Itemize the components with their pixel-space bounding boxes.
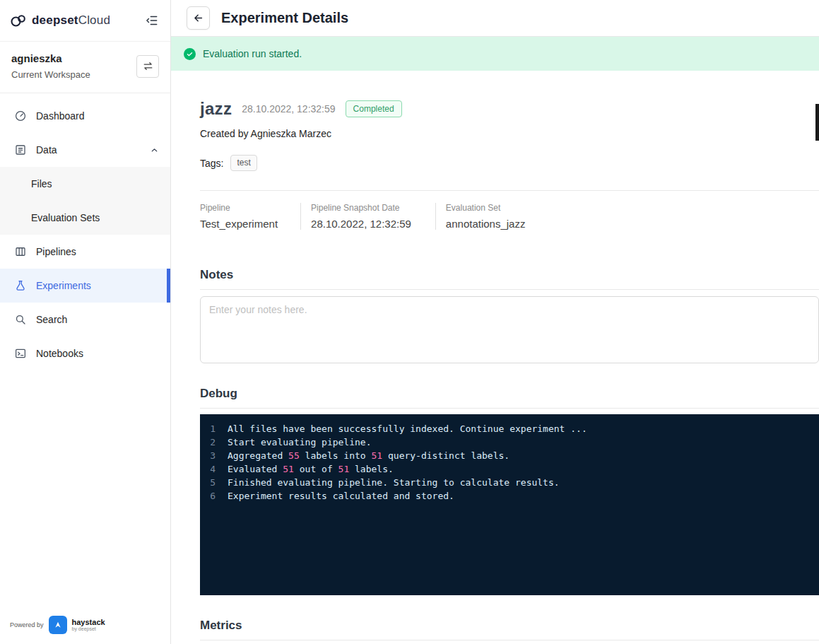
line-text: Evaluated 51 out of 51 labels. [228, 462, 394, 476]
scrollbar-thumb[interactable] [815, 104, 819, 141]
code-line: 6Experiment results calculated and store… [200, 489, 819, 503]
sidebar-item-label: Data [36, 144, 57, 156]
info-value: Test_experiment [200, 218, 278, 230]
sidebar-item-notebooks[interactable]: Notebooks [0, 336, 170, 370]
sidebar-footer: Powered by haystack by deepset [0, 609, 170, 644]
info-value: annotations_jazz [446, 218, 526, 230]
sidebar-logo-row: deepsetCloud [0, 0, 170, 42]
powered-by-label: Powered by [10, 621, 44, 628]
status-badge: Completed [346, 100, 402, 117]
line-number: 5 [200, 476, 228, 489]
page-title: Experiment Details [221, 10, 348, 26]
arrow-left-icon [192, 12, 204, 24]
workspace-block: agnieszka Current Workspace [0, 42, 170, 93]
line-number: 3 [200, 449, 228, 462]
info-label: Pipeline Snapshot Date [311, 203, 411, 213]
sidebar-nav: Dashboard Data Files [0, 93, 170, 609]
sidebar: deepsetCloud agnieszka Current Workspace [0, 0, 171, 644]
sidebar-item-label: Pipelines [36, 246, 76, 257]
pipelines-icon [14, 245, 27, 258]
notes-heading: Notes [200, 268, 819, 290]
experiment-info-row: Pipeline Test_experiment Pipeline Snapsh… [200, 191, 819, 247]
info-label: Evaluation Set [446, 203, 526, 213]
line-number: 1 [200, 422, 228, 435]
main-area: Experiment Details Evaluation run starte… [171, 0, 819, 644]
line-text: All files have been successfully indexed… [228, 422, 587, 435]
info-evaluation-set: Evaluation Set annotations_jazz [435, 203, 536, 230]
haystack-wordmark: haystack by deepset [72, 618, 105, 632]
dashboard-icon [14, 110, 27, 122]
code-line: 2Start evaluating pipeline. [200, 435, 819, 449]
check-circle-icon [184, 48, 196, 60]
line-text: Start evaluating pipeline. [228, 435, 372, 449]
experiment-title-row: jazz 28.10.2022, 12:32:59 Completed [200, 99, 819, 119]
search-icon [14, 313, 27, 326]
sidebar-item-pipelines[interactable]: Pipelines [0, 235, 170, 269]
line-number: 4 [200, 462, 228, 476]
sidebar-item-label: Search [36, 314, 67, 325]
debug-console: 1All files have been successfully indexe… [200, 414, 819, 595]
info-pipeline: Pipeline Test_experiment [200, 203, 300, 230]
workspace-info: agnieszka Current Workspace [11, 52, 90, 80]
line-number: 2 [200, 435, 228, 449]
sidebar-item-files[interactable]: Files [0, 167, 170, 201]
debug-section: Debug 1All files have been successfully … [200, 387, 819, 595]
info-pipeline-snapshot-date: Pipeline Snapshot Date 28.10.2022, 12:32… [300, 203, 435, 230]
haystack-sub: by deepset [72, 626, 105, 632]
notes-section: Notes [200, 268, 819, 363]
workspace-label: Current Workspace [11, 69, 90, 80]
experiment-name: jazz [200, 99, 232, 119]
banner-text: Evaluation run started. [203, 48, 302, 59]
line-text: Finished evaluating pipeline. Starting t… [228, 476, 560, 489]
debug-heading: Debug [200, 387, 819, 409]
sidebar-item-label: Experiments [36, 280, 91, 291]
metrics-section: Metrics [200, 619, 819, 640]
sidebar-item-search[interactable]: Search [0, 303, 170, 336]
page-header: Experiment Details [171, 0, 819, 37]
switch-workspace-button[interactable] [136, 55, 159, 78]
menu-fold-icon[interactable] [145, 13, 159, 28]
line-text: Experiment results calculated and stored… [228, 489, 454, 503]
code-line: 5Finished evaluating pipeline. Starting … [200, 476, 819, 489]
line-text: Aggregated 55 labels into 51 query-disti… [228, 449, 509, 462]
haystack-logo-icon [49, 616, 67, 634]
tag-chip: test [230, 155, 257, 171]
success-banner: Evaluation run started. [171, 37, 819, 71]
line-number: 6 [200, 489, 228, 503]
sidebar-item-label: Evaluation Sets [31, 212, 100, 223]
code-line: 1All files have been successfully indexe… [200, 422, 819, 435]
brand-light: Cloud [78, 13, 110, 27]
sidebar-item-evaluation-sets[interactable]: Evaluation Sets [0, 201, 170, 235]
experiment-timestamp: 28.10.2022, 12:32:59 [242, 103, 335, 115]
notebooks-icon [14, 347, 27, 360]
sidebar-item-label: Files [31, 178, 52, 189]
chevron-up-icon [150, 146, 159, 155]
experiments-flask-icon [14, 279, 27, 292]
deepset-cloud-logo[interactable]: deepsetCloud [9, 13, 110, 28]
deepset-cloud-logo-icon [9, 13, 28, 28]
code-line: 4Evaluated 51 out of 51 labels. [200, 462, 819, 476]
info-value: 28.10.2022, 12:32:59 [311, 218, 411, 230]
metrics-heading: Metrics [200, 619, 819, 640]
sidebar-item-dashboard[interactable]: Dashboard [0, 99, 170, 133]
tags-row: Tags: test [200, 155, 819, 171]
app-root: deepsetCloud agnieszka Current Workspace [0, 0, 819, 644]
sidebar-item-label: Notebooks [36, 348, 83, 359]
brand-bold: deepset [32, 13, 78, 27]
created-by: Created by Agnieszka Marzec [200, 128, 819, 139]
experiment-details-content: jazz 28.10.2022, 12:32:59 Completed Crea… [171, 71, 819, 644]
back-button[interactable] [187, 6, 210, 30]
sidebar-item-data[interactable]: Data [0, 133, 170, 167]
code-line: 3Aggregated 55 labels into 51 query-dist… [200, 449, 819, 462]
workspace-name: agnieszka [11, 52, 90, 64]
tags-label: Tags: [200, 158, 223, 169]
notes-input[interactable] [200, 296, 819, 363]
sidebar-item-label: Dashboard [36, 110, 85, 122]
info-label: Pipeline [200, 203, 278, 213]
sidebar-item-experiments[interactable]: Experiments [0, 269, 170, 303]
haystack-brand: haystack [72, 618, 105, 626]
swap-icon [142, 60, 154, 72]
brand-text: deepsetCloud [32, 13, 110, 28]
data-icon [14, 144, 27, 156]
